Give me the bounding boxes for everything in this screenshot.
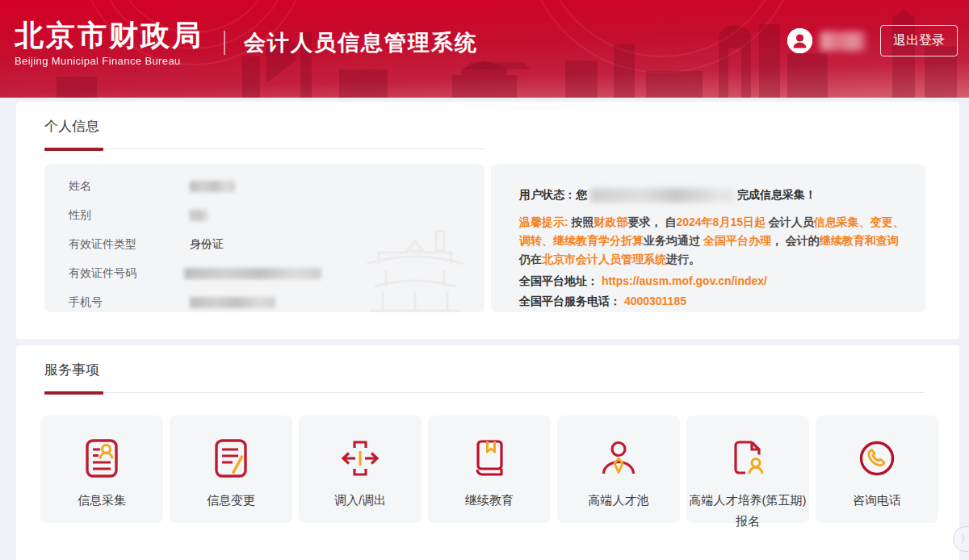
redacted-value bbox=[190, 210, 208, 221]
field-row-gender: 性别 bbox=[44, 207, 484, 224]
redacted-value bbox=[190, 297, 275, 308]
platform-phone-number: 4000301185 bbox=[624, 295, 686, 307]
service-card-hotline[interactable]: 咨询电话 bbox=[816, 416, 938, 523]
service-card-talent-training-signup[interactable]: 高端人才培养(第五期)报名 bbox=[686, 416, 809, 523]
transfer-arrows-icon bbox=[299, 436, 422, 481]
status-panel: 用户状态：您 完成信息采集！ 温馨提示: 按照财政部要求， 自2024年8月15… bbox=[491, 164, 925, 312]
logout-button[interactable]: 退出登录 bbox=[880, 25, 958, 56]
status-suffix: 完成信息采集！ bbox=[737, 188, 816, 203]
system-title: 会计人员信息管理系统 bbox=[244, 28, 478, 57]
platform-url-line: 全国平台地址： https://ausm.mof.gov.cn/index/ bbox=[519, 274, 906, 289]
service-card-transfer[interactable]: 调入/调出 bbox=[299, 416, 422, 523]
org-logo: 北京市财政局 Beijing Municipal Finance Bureau bbox=[15, 19, 203, 67]
service-card-info-change[interactable]: 信息变更 bbox=[170, 416, 292, 523]
platform-url-link[interactable]: https://ausm.mof.gov.cn/index/ bbox=[602, 274, 767, 287]
field-label: 有效证件号码 bbox=[69, 266, 190, 281]
service-card-label: 咨询电话 bbox=[816, 490, 938, 511]
service-card-label: 调入/调出 bbox=[299, 490, 422, 511]
platform-phone-label: 全国平台服务电话： bbox=[519, 295, 621, 307]
field-label: 有效证件类型 bbox=[69, 237, 190, 252]
doc-edit-icon bbox=[170, 436, 292, 481]
field-label: 姓名 bbox=[69, 179, 190, 194]
platform-url-label: 全国平台地址： bbox=[519, 274, 598, 287]
org-name-en: Beijing Municipal Finance Bureau bbox=[15, 55, 203, 67]
service-card-continuing-education[interactable]: 继续教育 bbox=[428, 416, 551, 523]
username-redacted bbox=[820, 31, 866, 51]
service-card-label: 继续教育 bbox=[428, 490, 551, 511]
book-icon bbox=[428, 436, 551, 481]
phone-icon bbox=[816, 436, 938, 481]
redacted-value bbox=[190, 181, 235, 192]
status-prefix: 用户状态：您 bbox=[519, 188, 587, 203]
section-rule bbox=[44, 148, 959, 151]
redacted-value bbox=[184, 268, 321, 279]
personal-info-card: 个人信息 姓名 bbox=[16, 102, 959, 339]
service-cards-row: 信息采集 信息变更 bbox=[40, 416, 945, 523]
field-row-id-number: 有效证件号码 bbox=[44, 265, 484, 282]
org-name-zh: 北京市财政局 bbox=[15, 19, 203, 52]
app-header: 北京市财政局 Beijing Municipal Finance Bureau … bbox=[0, 0, 969, 98]
page: 北京市财政局 Beijing Municipal Finance Bureau … bbox=[0, 0, 969, 560]
field-row-id-type: 有效证件类型 身份证 bbox=[44, 236, 484, 253]
section-rule bbox=[44, 391, 959, 395]
service-card-label: 信息变更 bbox=[170, 490, 292, 511]
service-card-talent-pool[interactable]: 高端人才池 bbox=[557, 416, 680, 523]
service-card-info-collection[interactable]: 信息采集 bbox=[40, 416, 163, 523]
personal-fields-panel: 姓名 性别 有效证件类型 身份证 有效证件号码 手机号 bbox=[44, 164, 484, 312]
field-row-name: 姓名 bbox=[44, 178, 484, 195]
services-card: 服务事项 信息采集 bbox=[16, 345, 959, 560]
personal-section-title: 个人信息 bbox=[44, 117, 959, 136]
field-value: 身份证 bbox=[190, 237, 224, 252]
status-redacted bbox=[590, 188, 734, 203]
field-row-phone: 手机号 bbox=[44, 294, 484, 311]
notice-text: 温馨提示: 按照财政部要求， 自2024年8月15日起 会计人员信息采集、变更、… bbox=[519, 213, 906, 269]
person-tie-icon bbox=[557, 436, 680, 481]
field-label: 手机号 bbox=[69, 295, 190, 310]
field-label: 性别 bbox=[69, 208, 190, 223]
service-card-label: 信息采集 bbox=[40, 490, 163, 511]
header-divider bbox=[224, 31, 225, 55]
doc-person-icon bbox=[40, 436, 163, 481]
user-status-line: 用户状态：您 完成信息采集！ bbox=[519, 188, 906, 203]
platform-phone-line: 全国平台服务电话： 4000301185 bbox=[519, 295, 906, 309]
service-card-label: 高端人才池 bbox=[557, 490, 680, 511]
doc-applicant-icon bbox=[686, 436, 809, 481]
service-card-label: 高端人才培养(第五期)报名 bbox=[686, 490, 809, 532]
user-avatar-icon[interactable] bbox=[787, 28, 812, 53]
services-section-title: 服务事项 bbox=[44, 361, 959, 379]
